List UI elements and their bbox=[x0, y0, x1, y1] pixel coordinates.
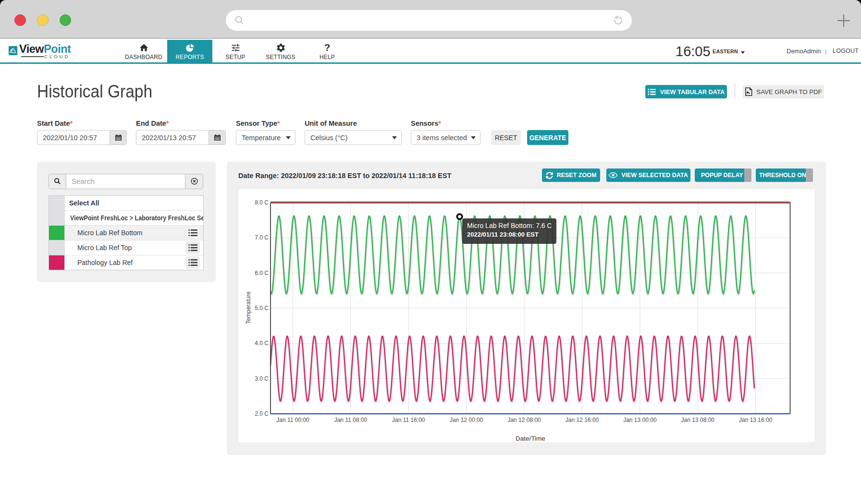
svg-text:2.0 C: 2.0 C bbox=[255, 410, 269, 417]
svg-text:Jan 13 00:00: Jan 13 00:00 bbox=[623, 417, 657, 423]
svg-text:Jan 11 08:00: Jan 11 08:00 bbox=[334, 417, 368, 423]
svg-text:7.0 C: 7.0 C bbox=[255, 234, 269, 241]
svg-text:Jan 12 08:00: Jan 12 08:00 bbox=[507, 417, 541, 423]
svg-text:8.0 C: 8.0 C bbox=[255, 199, 269, 206]
svg-text:Temperature: Temperature bbox=[245, 291, 252, 324]
svg-text:4.0 C: 4.0 C bbox=[255, 340, 269, 347]
svg-text:Jan 12 16:00: Jan 12 16:00 bbox=[566, 417, 599, 423]
svg-text:Jan 11 00:00: Jan 11 00:00 bbox=[276, 417, 309, 423]
svg-text:Date/Time: Date/Time bbox=[516, 435, 545, 442]
svg-text:Jan 13 16:00: Jan 13 16:00 bbox=[739, 417, 773, 423]
svg-text:6.0 C: 6.0 C bbox=[255, 270, 269, 276]
svg-text:Jan 13 08:00: Jan 13 08:00 bbox=[681, 417, 715, 423]
svg-text:Jan 11 16:00: Jan 11 16:00 bbox=[392, 417, 425, 423]
svg-text:Jan 12 00:00: Jan 12 00:00 bbox=[450, 417, 483, 423]
svg-text:3.0 C: 3.0 C bbox=[255, 375, 269, 382]
svg-text:5.0 C: 5.0 C bbox=[255, 305, 269, 312]
